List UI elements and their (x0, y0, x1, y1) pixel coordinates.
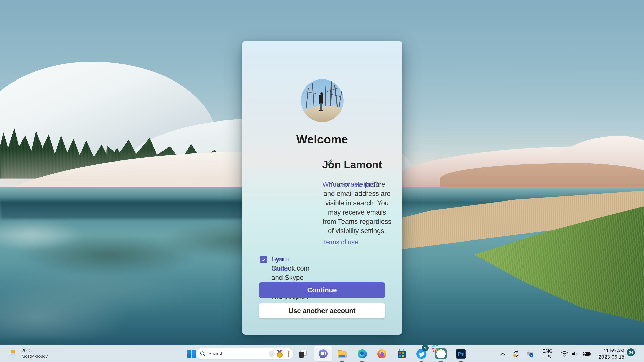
language-label: ENG US (540, 348, 555, 360)
search-highlights[interactable] (268, 350, 291, 358)
weather-widget[interactable]: 20°C Mostly cloudy (4, 347, 69, 361)
tray-overflow-button[interactable] (497, 347, 508, 361)
terms-of-use-link[interactable]: Terms of use (322, 238, 358, 246)
desktop: Welcome Jon Lamont Your profile picture … (0, 0, 644, 362)
avatar-sand (301, 106, 344, 122)
avatar-person-feet (319, 110, 323, 111)
avatar-tree (306, 88, 309, 108)
microsoft-store-button[interactable] (395, 347, 409, 361)
weather-temperature: 20°C (22, 348, 32, 353)
slack-running-indicator (439, 361, 443, 362)
clock[interactable]: 11:59 AM 2023-06-15 (589, 348, 624, 360)
avatar-tree (325, 86, 326, 107)
language-line2: US (544, 354, 551, 359)
cloud-tray-button[interactable] (524, 347, 536, 361)
clock-date: 2023-06-15 (599, 354, 624, 360)
checkmark-icon (261, 257, 266, 262)
slack-button[interactable] (434, 347, 448, 361)
avatar-person-legs (320, 103, 322, 110)
golf-tee-icon (287, 351, 289, 357)
avatar-tree (339, 89, 342, 107)
photoshop-running-indicator (459, 361, 463, 362)
edge-button[interactable] (355, 347, 369, 361)
language-line1: ENG (542, 348, 553, 354)
teams-chat-button[interactable] (314, 346, 332, 361)
dialog-title: Welcome (242, 132, 403, 146)
language-switcher[interactable]: ENG US (540, 347, 555, 361)
who-can-see-link[interactable]: Who can see this? (322, 180, 378, 189)
firefox-button[interactable] (375, 347, 389, 361)
weather-condition: Mostly cloudy (22, 354, 48, 359)
weather-icon (6, 348, 17, 360)
file-explorer-button[interactable] (335, 347, 349, 361)
search-box[interactable]: Search (196, 348, 294, 359)
search-placeholder: Search (208, 351, 223, 356)
gold-medal-icon (277, 350, 282, 357)
avatar-tree (312, 83, 315, 107)
avatar-branch (326, 87, 340, 92)
task-view-button[interactable] (296, 347, 310, 361)
file-explorer-running-indicator (340, 361, 344, 362)
edge-running-indicator (360, 361, 364, 362)
twitter-badge: 2 (422, 345, 429, 351)
avatar (301, 79, 344, 122)
golf-ball-icon (269, 351, 275, 357)
photoshop-button[interactable]: Ps (454, 347, 468, 361)
learn-more-link[interactable]: Learn more (271, 255, 289, 273)
twitter-running-indicator (420, 361, 423, 362)
taskbar: 20°C Mostly cloudy Search (0, 345, 644, 362)
photoshop-icon: Ps (456, 349, 466, 359)
teams-welcome-dialog: Welcome Jon Lamont Your profile picture … (242, 41, 403, 335)
use-another-account-button[interactable]: Use another account (259, 303, 385, 318)
sync-contacts-checkbox[interactable] (260, 256, 267, 263)
volume-button[interactable] (570, 347, 581, 361)
notification-count-badge[interactable]: 34 (627, 348, 635, 356)
continue-button[interactable]: Continue (259, 282, 385, 298)
slack-icon (435, 348, 447, 359)
clock-time: 11:59 AM (603, 348, 624, 353)
sync-tray-button[interactable] (510, 347, 522, 361)
wifi-button[interactable] (559, 347, 570, 361)
avatar-person (319, 95, 323, 104)
avatar-person-head (320, 92, 323, 95)
